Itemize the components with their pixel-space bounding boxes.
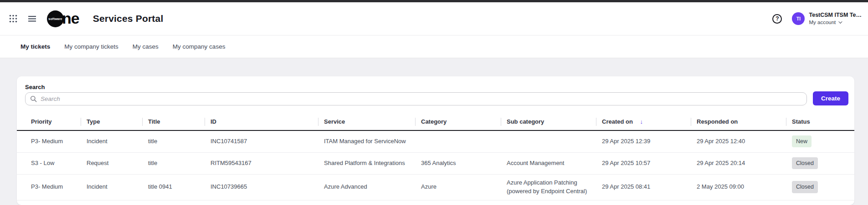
column-header-service[interactable]: Service	[318, 113, 415, 130]
column-header-type[interactable]: Type	[81, 113, 142, 130]
cell-responded-on: 2 May 2025 09:00	[691, 174, 786, 200]
cell-id: INC10741587	[205, 130, 318, 152]
user-name: TestCSM ITSM Te…	[809, 12, 862, 19]
cell-priority: S3 - Low	[17, 152, 81, 174]
search-icon	[30, 95, 37, 102]
cell-category	[415, 130, 501, 152]
cell-sub-category: Azure Application Patching (powered by E…	[501, 174, 596, 200]
cell-category: Azure	[415, 174, 501, 200]
cell-service: ITAM Managed for ServiceNow	[318, 130, 415, 152]
logo-suffix: ne	[62, 10, 79, 27]
column-header-created-on[interactable]: Created on ↓	[596, 113, 691, 130]
status-badge: Closed	[792, 181, 818, 193]
tab-my-tickets[interactable]: My tickets	[21, 43, 50, 50]
column-header-responded-on[interactable]: Responded on	[691, 113, 786, 130]
column-header-category[interactable]: Category	[415, 113, 501, 130]
table-row[interactable]: P3- Medium Incident title INC10741587 IT…	[17, 130, 854, 152]
column-header-created-on-label: Created on	[602, 118, 633, 125]
cell-title: title	[142, 130, 205, 152]
menu-icon[interactable]	[28, 16, 36, 22]
column-header-priority[interactable]: Priority	[17, 113, 81, 130]
cell-sub-category	[501, 130, 596, 152]
cell-created-on: 29 Apr 2025 10:57	[596, 152, 691, 174]
cell-status: Closed	[786, 174, 854, 200]
my-account-menu[interactable]: My account	[809, 19, 862, 25]
chevron-down-icon	[838, 20, 842, 23]
sort-desc-icon[interactable]: ↓	[640, 118, 643, 125]
my-account-label: My account	[809, 19, 836, 25]
app-launcher-icon[interactable]	[9, 15, 17, 23]
cell-category: 365 Analytics	[415, 152, 501, 174]
tab-my-cases[interactable]: My cases	[133, 43, 159, 50]
cell-type: Request	[81, 152, 142, 174]
cell-service: Shared Platform & Integrations	[318, 152, 415, 174]
search-box	[25, 92, 807, 105]
cell-priority: P3- Medium	[17, 130, 81, 152]
card-toolbar: Search Create	[17, 84, 854, 105]
tab-bar: My tickets My company tickets My cases M…	[0, 35, 868, 58]
table-row[interactable]: P3- Medium Incident title 0941 INC107396…	[17, 174, 854, 200]
cell-id: INC10739665	[205, 174, 318, 200]
tickets-table: Priority Type Title ID Service Category …	[17, 113, 854, 200]
tickets-card: Search Create Priority Type Title ID S	[17, 76, 854, 205]
softwareone-logo[interactable]: software ne	[47, 10, 79, 27]
cell-status: Closed	[786, 152, 854, 174]
cell-title: title 0941	[142, 174, 205, 200]
app-header: software ne Services Portal ? TI TestCSM…	[0, 2, 868, 35]
status-badge: New	[792, 135, 812, 147]
tab-my-company-cases[interactable]: My company cases	[173, 43, 226, 50]
cell-service: Azure Advanced	[318, 174, 415, 200]
table-row[interactable]: S3 - Low Request title RITM59543167 Shar…	[17, 152, 854, 174]
cell-responded-on: 29 Apr 2025 12:40	[691, 130, 786, 152]
tab-my-company-tickets[interactable]: My company tickets	[64, 43, 118, 50]
help-icon[interactable]: ?	[772, 14, 782, 24]
header-right: ? TI TestCSM ITSM Te… My account	[772, 12, 862, 25]
cell-priority: P3- Medium	[17, 174, 81, 200]
cell-title: title	[142, 152, 205, 174]
column-header-status[interactable]: Status	[786, 113, 854, 130]
column-header-title[interactable]: Title	[142, 113, 205, 130]
table-header-row: Priority Type Title ID Service Category …	[17, 113, 854, 130]
cell-id: RITM59543167	[205, 152, 318, 174]
cell-created-on: 29 Apr 2025 12:39	[596, 130, 691, 152]
cell-created-on: 29 Apr 2025 08:41	[596, 174, 691, 200]
avatar[interactable]: TI	[792, 12, 805, 25]
column-header-sub-category[interactable]: Sub category	[501, 113, 596, 130]
search-area: Search	[25, 84, 807, 105]
cell-responded-on: 29 Apr 2025 20:14	[691, 152, 786, 174]
help-glyph: ?	[776, 15, 779, 22]
cell-type: Incident	[81, 174, 142, 200]
user-block: TestCSM ITSM Te… My account	[809, 12, 862, 25]
status-badge: Closed	[792, 157, 818, 169]
logo-circle: software	[47, 10, 64, 27]
column-header-id[interactable]: ID	[205, 113, 318, 130]
search-label: Search	[25, 84, 807, 90]
cell-type: Incident	[81, 130, 142, 152]
cell-status: New	[786, 130, 854, 152]
search-input[interactable]	[41, 95, 802, 102]
create-button[interactable]: Create	[813, 91, 848, 105]
cell-sub-category: Account Management	[501, 152, 596, 174]
page-title: Services Portal	[93, 13, 164, 24]
